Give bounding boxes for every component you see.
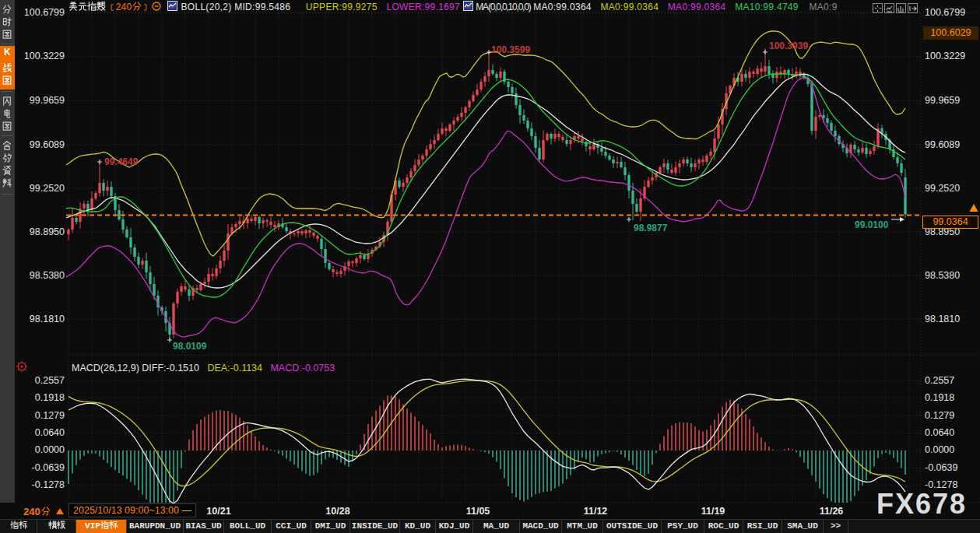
svg-text:99.4649: 99.4649 [104,156,139,167]
svg-text:100.3939: 100.3939 [769,40,808,51]
svg-text:98.9877: 98.9877 [634,223,668,233]
svg-text:100.3599: 100.3599 [491,44,530,55]
svg-text:98.0109: 98.0109 [173,341,207,352]
svg-text:99.0100: 99.0100 [855,219,889,230]
